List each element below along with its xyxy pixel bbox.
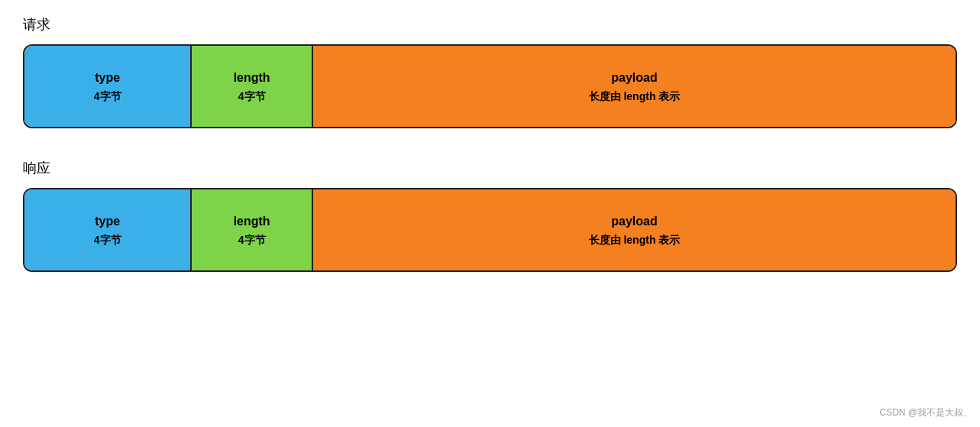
response-type-sublabel: 4字节 <box>94 231 121 248</box>
response-type-label: type <box>95 212 120 231</box>
watermark: CSDN @我不是大叔、 <box>879 406 972 419</box>
request-length-label: length <box>234 68 270 88</box>
request-length-segment: length 4字节 <box>192 46 312 127</box>
request-length-sublabel: 4字节 <box>238 88 266 105</box>
response-payload-sublabel: 长度由 length 表示 <box>589 231 681 248</box>
response-diagram: type 4字节 length 4字节 payload 长度由 length 表… <box>23 188 957 272</box>
response-length-sublabel: 4字节 <box>238 231 266 248</box>
response-length-segment: length 4字节 <box>192 189 312 270</box>
response-label: 响应 <box>23 159 957 177</box>
request-type-label: type <box>95 68 120 88</box>
request-label: 请求 <box>23 15 957 34</box>
response-payload-segment: payload 长度由 length 表示 <box>313 189 956 270</box>
request-section: 请求 type 4字节 length 4字节 payload 长度由 lengt… <box>23 15 957 128</box>
request-diagram: type 4字节 length 4字节 payload 长度由 length 表… <box>23 44 957 128</box>
response-section: 响应 type 4字节 length 4字节 payload 长度由 lengt… <box>23 159 957 272</box>
request-type-segment: type 4字节 <box>24 46 192 127</box>
response-length-label: length <box>234 212 270 231</box>
request-payload-sublabel: 长度由 length 表示 <box>589 88 681 105</box>
response-type-segment: type 4字节 <box>24 189 192 270</box>
response-payload-label: payload <box>611 212 657 231</box>
request-type-sublabel: 4字节 <box>94 88 121 105</box>
request-payload-segment: payload 长度由 length 表示 <box>313 46 956 127</box>
request-payload-label: payload <box>611 68 657 88</box>
